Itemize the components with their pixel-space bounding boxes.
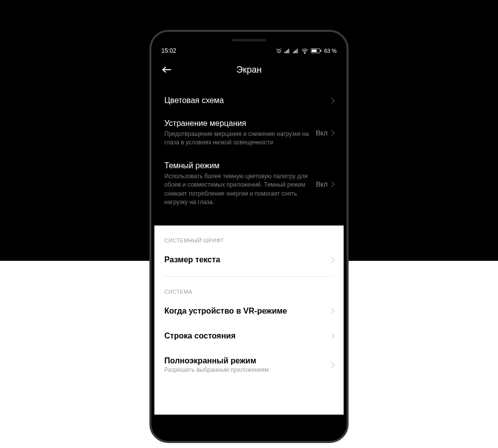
item-flicker[interactable]: Устранение мерцания Предотвращение мерца… — [164, 112, 334, 154]
label-statusline: Строка состояния — [164, 332, 236, 340]
item-vr-mode[interactable]: Когда устройство в VR-режиме — [164, 299, 334, 324]
side-button-volume — [348, 112, 349, 151]
chevron-right-icon — [329, 362, 334, 368]
svg-rect-11 — [312, 49, 317, 52]
chevron-right-icon — [329, 181, 334, 187]
side-button-power — [348, 211, 349, 236]
svg-rect-4 — [288, 49, 289, 53]
desc-fullscreen: Разрешить выбранным приложениям — [164, 366, 268, 373]
light-section: СИСТЕМНЫЙ ШРИФТ Размер текста СИСТЕМА Ко… — [154, 225, 344, 415]
svg-rect-6 — [294, 51, 295, 53]
svg-rect-8 — [297, 49, 298, 53]
status-time: 15:02 — [161, 47, 176, 54]
svg-rect-5 — [293, 52, 294, 53]
screen: 15:02 63 % — [154, 44, 344, 437]
section-header-system: СИСТЕМА — [164, 277, 334, 299]
svg-rect-12 — [320, 50, 321, 51]
back-button[interactable] — [161, 66, 175, 74]
desc-flicker: Предотвращение мерцания и снижение нагру… — [164, 130, 311, 147]
label-fullscreen: Полноэкранный режим — [164, 356, 268, 365]
label-dark-mode: Темный режим — [164, 161, 311, 170]
value-flicker: Вкл — [316, 129, 328, 137]
page-title: Экран — [237, 65, 262, 75]
status-bar: 15:02 63 % — [154, 44, 344, 57]
svg-rect-3 — [287, 50, 288, 53]
item-text-size[interactable]: Размер текста — [164, 247, 334, 272]
item-fullscreen[interactable]: Полноэкранный режим Разрешить выбранным … — [164, 348, 334, 374]
wifi-icon — [301, 48, 308, 54]
svg-point-9 — [304, 53, 305, 54]
svg-rect-1 — [284, 52, 285, 53]
desc-dark-mode: Использовать более темную цветовую палит… — [164, 172, 311, 207]
svg-rect-2 — [286, 51, 287, 53]
label-color-scheme: Цветовая схема — [164, 96, 325, 105]
chevron-right-icon — [329, 98, 334, 103]
alarm-icon — [276, 48, 282, 54]
battery-percent: 63 % — [324, 48, 337, 54]
battery-icon — [311, 48, 322, 54]
svg-rect-7 — [295, 50, 296, 53]
signal-icon-2 — [293, 48, 299, 54]
signal-icon — [284, 48, 290, 54]
speaker-grille — [232, 39, 266, 41]
item-color-scheme[interactable]: Цветовая схема — [164, 89, 334, 112]
item-dark-mode[interactable]: Темный режим Использовать более темную ц… — [164, 154, 334, 214]
label-flicker: Устранение мерцания — [164, 119, 311, 128]
item-status-line[interactable]: Строка состояния — [164, 324, 334, 348]
status-right: 63 % — [276, 48, 337, 54]
dark-section: Цветовая схема Устранение мерцания Предо… — [154, 82, 344, 225]
section-header-font: СИСТЕМНЫЙ ШРИФТ — [164, 225, 334, 247]
title-bar: Экран — [154, 57, 344, 82]
chevron-right-icon — [329, 130, 334, 136]
value-dark-mode: Вкл — [316, 180, 328, 188]
chevron-right-icon — [329, 309, 334, 314]
chevron-right-icon — [329, 257, 334, 263]
label-text-size: Размер текста — [164, 255, 220, 264]
chevron-right-icon — [329, 334, 334, 339]
phone-frame: 15:02 63 % — [149, 30, 349, 443]
label-vr: Когда устройство в VR-режиме — [164, 307, 287, 316]
